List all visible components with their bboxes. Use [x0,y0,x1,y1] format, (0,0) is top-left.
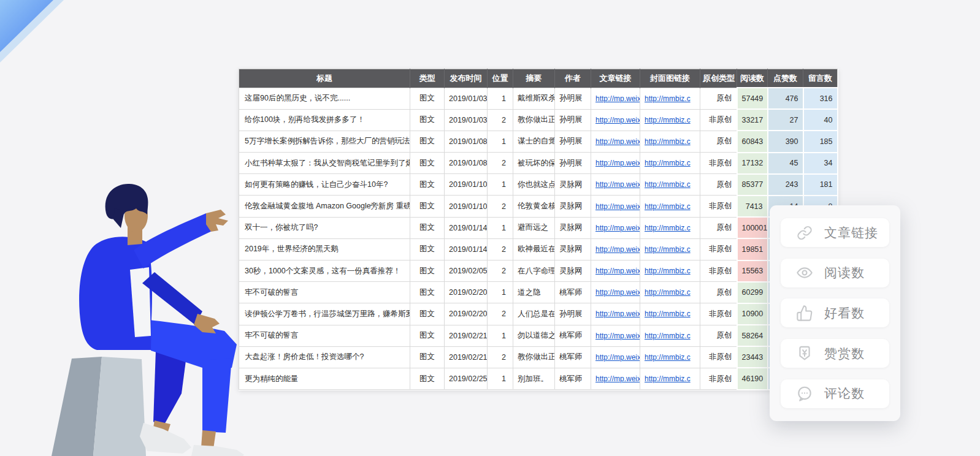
cell-type: 图文 [410,217,445,238]
cell-reads: 7413 [737,196,768,217]
cell-title: 牢不可破的誓言 [239,282,410,303]
cover-link[interactable]: http://mmbiz.c [645,245,691,254]
cell-cover_link: http://mmbiz.c [640,282,700,303]
table-row: 读伊顿公学万卷书，行温莎城堡万里路，赚希斯罗机场图文2019/02/202人们总… [239,303,838,325]
panel-item-read-count[interactable]: 阅读数 [781,259,889,287]
cell-article_link: http://mp.weixi [591,238,640,260]
cell-position: 1 [488,131,513,152]
cell-author: 孙明展 [555,88,591,109]
person-illustration [79,184,244,456]
column-header-title: 标题 [239,69,410,88]
table-row: 5万字增长案例拆解告诉你，那些大厂的营销玩法不过如图文2019/01/081谋士… [239,131,838,152]
panel-item-label: 评论数 [824,385,865,402]
cell-date: 2019/02/05 [445,260,488,282]
cell-reads: 10900 [737,303,768,325]
column-options-panel: 文章链接阅读数好看数赞赏数评论数 [770,205,900,421]
article-link[interactable]: http://mp.weixi [595,245,640,254]
cell-author: 桃军师 [555,282,591,303]
eye-icon [795,264,814,282]
cell-position: 1 [488,368,513,389]
cover-link[interactable]: http://mmbiz.c [645,202,691,211]
cover-link[interactable]: http://mmbiz.c [645,159,691,167]
cover-link[interactable]: http://mmbiz.c [645,267,691,275]
cell-author: 灵脉网 [555,260,591,282]
cell-article_link: http://mp.weixi [591,217,640,238]
cell-summary: 戴维斯双杀 [513,88,555,109]
cell-position: 1 [488,325,513,346]
cell-title: 小红书种草太狠了：我从交智商税笔记里学到了爆款套 [239,153,410,174]
cover-link[interactable]: http://mmbiz.c [645,180,691,189]
cell-cover_link: http://mmbiz.c [640,196,700,217]
cell-title: 2019年，世界经济的黑天鹅 [239,238,410,260]
cell-summary: 避而远之 [513,217,555,238]
cell-cover_link: http://mmbiz.c [640,346,700,368]
table-header-row: 标题类型发布时间位置摘要作者文章链接封面图链接原创类型阅读数点赞数留言数 [239,69,838,88]
cell-author: 灵脉网 [555,238,591,260]
column-header-position: 位置 [488,69,513,88]
cover-link[interactable]: http://mmbiz.c [645,310,691,318]
cover-link[interactable]: http://mmbiz.c [645,224,691,232]
cell-summary: 谋士的自觉 [513,131,555,152]
cell-original_type: 非原创 [700,196,737,217]
cell-reads: 100001 [737,217,768,238]
article-link[interactable]: http://mp.weixi [595,202,640,211]
cell-date: 2019/01/08 [445,153,488,174]
article-link[interactable]: http://mp.weixi [595,288,640,297]
cell-article_link: http://mp.weixi [591,368,640,389]
cover-link[interactable]: http://mmbiz.c [645,374,691,383]
cell-type: 图文 [410,153,445,174]
cell-date: 2019/01/10 [445,196,488,217]
panel-item-article-link[interactable]: 文章链接 [781,218,889,247]
article-link[interactable]: http://mp.weixi [595,94,640,103]
cell-likes: 27 [768,109,803,131]
cell-title: 双十一，你被坑了吗? [239,217,410,238]
article-link[interactable]: http://mp.weixi [595,116,640,124]
article-link[interactable]: http://mp.weixi [595,159,640,167]
table-row: 牢不可破的誓言图文2019/02/201道之隐桃军师http://mp.weix… [239,282,838,303]
panel-item-like-count[interactable]: 好看数 [781,298,889,327]
cell-reads: 46190 [737,368,768,389]
cell-reads: 17132 [737,153,768,174]
article-link[interactable]: http://mp.weixi [595,137,640,146]
article-link[interactable]: http://mp.weixi [595,353,640,362]
table-row: 更为精纯的能量图文2019/02/251别加班。桃军师http://mp.wei… [239,368,838,389]
panel-item-reward-count[interactable]: 赞赏数 [781,339,889,368]
cell-title: 如何更有策略的赚钱，让自己少奋斗10年? [239,174,410,196]
cell-date: 2019/01/14 [445,217,488,238]
article-link[interactable]: http://mp.weixi [595,332,640,340]
cell-date: 2019/02/20 [445,282,488,303]
cover-link[interactable]: http://mmbiz.c [645,332,691,340]
article-link[interactable]: http://mp.weixi [595,180,640,189]
cell-reads: 33217 [737,109,768,131]
article-link[interactable]: http://mp.weixi [595,374,640,383]
cell-type: 图文 [410,174,445,196]
cell-article_link: http://mp.weixi [591,282,640,303]
cell-author: 桃军师 [555,325,591,346]
article-link[interactable]: http://mp.weixi [595,267,640,275]
cell-article_link: http://mp.weixi [591,174,640,196]
panel-item-comment-count[interactable]: 评论数 [781,379,889,408]
cell-summary: 道之隐 [513,282,555,303]
cell-article_link: http://mp.weixi [591,346,640,368]
cell-position: 2 [488,260,513,282]
cell-cover_link: http://mmbiz.c [640,88,700,109]
cover-link[interactable]: http://mmbiz.c [645,353,691,362]
article-link[interactable]: http://mp.weixi [595,310,640,318]
cell-position: 2 [488,196,513,217]
cell-date: 2019/02/21 [445,325,488,346]
cover-link[interactable]: http://mmbiz.c [645,116,691,124]
cell-original_type: 非原创 [700,303,737,325]
panel-item-label: 好看数 [824,305,865,322]
cell-position: 1 [488,174,513,196]
column-header-date: 发布时间 [445,69,488,88]
cell-likes: 243 [768,174,803,196]
article-link[interactable]: http://mp.weixi [595,224,640,232]
cover-link[interactable]: http://mmbiz.c [645,288,691,297]
cell-summary: 被玩坏的保险 [513,153,555,174]
cell-original_type: 非原创 [700,109,737,131]
cell-type: 图文 [410,303,445,325]
cell-original_type: 原创 [700,217,737,238]
cover-link[interactable]: http://mmbiz.c [645,94,691,103]
cell-original_type: 原创 [700,131,737,152]
cover-link[interactable]: http://mmbiz.c [645,137,691,146]
